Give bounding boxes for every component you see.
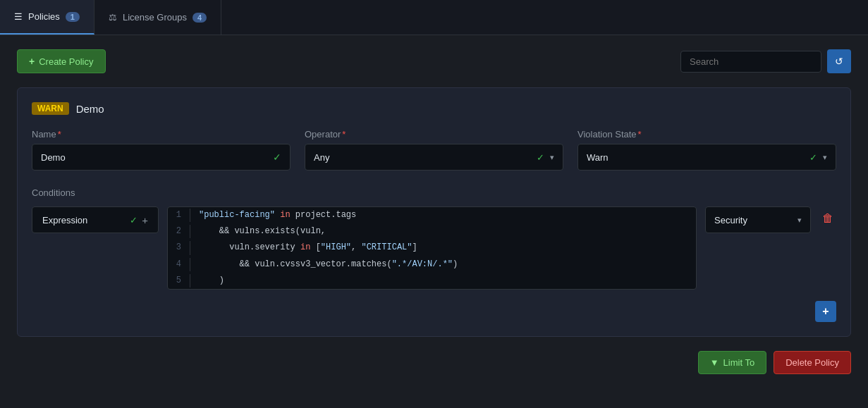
refresh-icon: ↺ — [835, 56, 843, 67]
conditions-label: Conditions — [32, 187, 836, 198]
create-policy-button[interactable]: + Create Policy — [17, 49, 106, 73]
toolbar-row: + Create Policy ↺ — [17, 49, 851, 73]
security-arrow-icon: ▾ — [797, 216, 802, 225]
search-input[interactable] — [680, 51, 821, 73]
expression-box[interactable]: Expression ✓ + — [32, 206, 159, 233]
policy-title: Demo — [76, 103, 104, 115]
line-num-4: 4 — [168, 258, 190, 271]
violation-arrow-icon: ▾ — [823, 153, 827, 162]
line-num-1: 1 — [168, 209, 190, 222]
delete-row-button[interactable]: 🗑 — [819, 206, 836, 230]
security-label: Security — [714, 215, 747, 225]
operator-label: Operator* — [305, 129, 563, 140]
limit-to-button[interactable]: ▼ Limit To — [698, 351, 766, 374]
license-icon: ⚖ — [109, 12, 117, 23]
operator-arrow-icon: ▾ — [550, 153, 554, 162]
plus-icon: + — [29, 56, 35, 67]
bottom-actions: ▼ Limit To Delete Policy — [17, 351, 851, 374]
policies-tab-label: Policies — [28, 11, 60, 22]
delete-policy-label: Delete Policy — [786, 357, 839, 368]
line-num-3: 3 — [168, 241, 190, 254]
policies-icon: ☰ — [14, 11, 23, 22]
operator-field-group: Operator* Any ✓ ▾ — [305, 129, 563, 171]
code-content-4: && vuln.cvssv3_vector.matches(".*/AV:N/.… — [199, 258, 458, 271]
expression-add-icon[interactable]: + — [142, 214, 148, 226]
add-plus-icon: + — [822, 305, 829, 318]
create-policy-label: Create Policy — [39, 56, 93, 67]
code-line-5: 5 ) — [168, 273, 696, 289]
code-content-3: vuln.severity in ["HIGH", "CRITICAL"] — [199, 241, 417, 254]
policy-card: WARN Demo Name* Demo ✓ Operator* — [17, 87, 851, 337]
limit-arrow-icon: ▼ — [710, 357, 719, 368]
policy-header: WARN Demo — [32, 102, 836, 115]
code-line-3: 3 vuln.severity in ["HIGH", "CRITICAL"] — [168, 240, 696, 256]
operator-check-icon: ✓ — [537, 152, 544, 163]
code-editor: 1 "public-facing" in project.tags 2 && v… — [167, 206, 697, 290]
fields-row: Name* Demo ✓ Operator* Any ✓ ▾ — [32, 129, 836, 171]
operator-select[interactable]: Any ✓ ▾ — [305, 144, 563, 171]
name-check-icon: ✓ — [273, 152, 281, 163]
operator-controls: ✓ ▾ — [537, 152, 554, 163]
code-line-2: 2 && vulns.exists(vuln, — [168, 223, 696, 240]
code-content-2: && vulns.exists(vuln, — [199, 225, 326, 238]
license-groups-tab[interactable]: ⚖ License Groups 4 — [94, 0, 221, 35]
violation-check-icon: ✓ — [809, 152, 817, 163]
limit-to-label: Limit To — [723, 357, 755, 368]
expression-check-icon: ✓ — [130, 215, 137, 225]
code-line-4: 4 && vuln.cvssv3_vector.matches(".*/AV:N… — [168, 256, 696, 273]
violation-field-group: Violation State* Warn ✓ ▾ — [577, 129, 836, 171]
warn-badge: WARN — [32, 102, 69, 115]
condition-row: Expression ✓ + 1 "public-facing" in proj… — [32, 206, 836, 290]
violation-controls: ✓ ▾ — [809, 152, 827, 163]
line-num-2: 2 — [168, 225, 190, 238]
code-content-1: "public-facing" in project.tags — [199, 209, 356, 222]
refresh-button[interactable]: ↺ — [827, 49, 851, 73]
expression-label: Expression — [42, 215, 87, 225]
violation-select[interactable]: Warn ✓ ▾ — [577, 144, 836, 171]
add-condition-row: + — [32, 301, 836, 322]
code-content-5: ) — [199, 274, 224, 288]
main-content: + Create Policy ↺ WARN Demo Name* Demo — [0, 35, 868, 388]
policies-badge: 1 — [66, 12, 80, 22]
name-label: Name* — [32, 129, 291, 140]
line-num-5: 5 — [168, 274, 190, 288]
code-line-1: 1 "public-facing" in project.tags — [168, 207, 696, 223]
name-input[interactable]: Demo ✓ — [32, 144, 291, 171]
violation-value: Warn — [587, 152, 609, 163]
policies-tab[interactable]: ☰ Policies 1 — [0, 0, 94, 35]
name-field-group: Name* Demo ✓ — [32, 129, 291, 171]
license-groups-badge: 4 — [192, 13, 207, 23]
delete-policy-button[interactable]: Delete Policy — [774, 351, 851, 374]
expression-controls: ✓ + — [130, 214, 148, 226]
operator-value: Any — [314, 152, 329, 163]
license-groups-tab-label: License Groups — [123, 12, 187, 23]
top-nav: ☰ Policies 1 ⚖ License Groups 4 — [0, 0, 868, 35]
security-select[interactable]: Security ▾ — [705, 206, 811, 233]
search-row: ↺ — [680, 49, 851, 73]
trash-icon: 🗑 — [822, 212, 833, 225]
add-condition-button[interactable]: + — [815, 301, 836, 322]
violation-label: Violation State* — [577, 129, 836, 140]
name-value: Demo — [41, 152, 66, 163]
